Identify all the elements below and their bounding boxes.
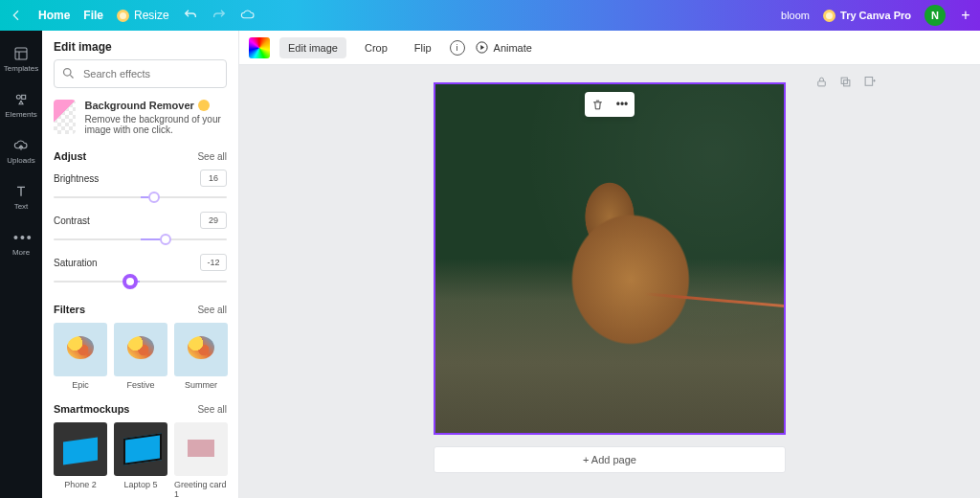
trash-icon bbox=[591, 99, 604, 111]
bg-remover-thumb bbox=[54, 100, 76, 134]
top-menu-bar: Home File Resize bloom Try Canva Pro N + bbox=[0, 0, 980, 31]
svg-rect-2 bbox=[22, 95, 26, 99]
edit-image-panel: Edit image Background Remover Remove the… bbox=[42, 31, 239, 498]
bg-remover-desc: Remove the background of your image with… bbox=[85, 114, 227, 135]
smartmockups-header: Smartmockups See all bbox=[54, 403, 227, 415]
more-options-button[interactable]: ••• bbox=[610, 92, 635, 117]
add-page-button[interactable]: + Add page bbox=[434, 446, 786, 473]
try-pro-button[interactable]: Try Canva Pro bbox=[823, 10, 911, 22]
filter-festive[interactable]: Festive bbox=[114, 323, 167, 390]
rail-text[interactable]: Text bbox=[0, 176, 42, 218]
mockup-phone2[interactable]: Phone 2 bbox=[54, 422, 107, 498]
resize-label: Resize bbox=[134, 9, 169, 22]
brightness-value[interactable]: 16 bbox=[200, 170, 227, 187]
brightness-slider[interactable] bbox=[54, 189, 227, 206]
ctx-edit-image[interactable]: Edit image bbox=[279, 37, 346, 58]
filters-row: Epic Festive Summer bbox=[54, 323, 227, 390]
back-button[interactable] bbox=[8, 8, 25, 23]
bg-remover-card[interactable]: Background Remover Remove the background… bbox=[54, 100, 227, 135]
ctx-flip[interactable]: Flip bbox=[406, 37, 440, 58]
rail-more[interactable]: ••• More bbox=[0, 222, 42, 264]
invite-plus-button[interactable]: + bbox=[959, 7, 972, 24]
svg-point-1 bbox=[16, 95, 20, 99]
info-button[interactable]: i bbox=[450, 40, 465, 56]
animate-icon bbox=[475, 40, 489, 55]
filter-summer[interactable]: Summer bbox=[174, 323, 228, 390]
svg-rect-5 bbox=[818, 81, 826, 86]
more-icon: ••• bbox=[616, 98, 629, 111]
chevron-left-icon bbox=[9, 8, 24, 23]
left-nav-rail: Templates Elements Uploads Text ••• More bbox=[0, 31, 42, 498]
home-link[interactable]: Home bbox=[38, 9, 70, 22]
brightness-control: Brightness 16 bbox=[54, 170, 227, 206]
elements-icon bbox=[13, 92, 29, 107]
panel-title: Edit image bbox=[42, 31, 238, 59]
ctx-animate[interactable]: Animate bbox=[475, 40, 532, 55]
lock-icon[interactable] bbox=[814, 75, 829, 89]
svg-rect-8 bbox=[865, 78, 873, 86]
templates-icon bbox=[13, 46, 29, 61]
filter-epic[interactable]: Epic bbox=[54, 323, 107, 390]
filters-see-all[interactable]: See all bbox=[197, 305, 227, 315]
panel-scroll[interactable]: Background Remover Remove the background… bbox=[42, 59, 238, 498]
mockup-laptop5[interactable]: Laptop 5 bbox=[114, 422, 167, 498]
svg-rect-7 bbox=[844, 80, 850, 86]
text-icon bbox=[13, 184, 29, 199]
saturation-control: Saturation -12 bbox=[54, 254, 227, 290]
svg-rect-0 bbox=[15, 48, 27, 59]
contrast-control: Contrast 29 bbox=[54, 212, 227, 248]
contrast-slider[interactable] bbox=[54, 231, 227, 248]
redo-button[interactable] bbox=[212, 8, 227, 23]
rail-templates[interactable]: Templates bbox=[0, 38, 42, 80]
search-icon bbox=[61, 66, 76, 80]
project-name[interactable]: bloom bbox=[781, 10, 810, 21]
selected-image[interactable] bbox=[435, 84, 784, 433]
saturation-value[interactable]: -12 bbox=[200, 254, 227, 271]
color-picker-button[interactable] bbox=[249, 37, 270, 58]
bg-remover-title: Background Remover bbox=[85, 100, 227, 111]
file-menu[interactable]: File bbox=[83, 9, 103, 22]
crown-pro-icon bbox=[823, 10, 835, 22]
mockup-greetingcard1[interactable]: Greeting card 1 bbox=[174, 422, 228, 498]
top-right-group: bloom Try Canva Pro N + bbox=[781, 5, 972, 26]
top-left-group: Home File Resize bbox=[8, 8, 256, 23]
selection-toolbar: ••• bbox=[585, 92, 635, 117]
svg-point-3 bbox=[64, 69, 72, 77]
stage-area: Edit image Crop Flip i Animate bbox=[239, 31, 980, 498]
search-input[interactable] bbox=[54, 59, 227, 88]
contrast-value[interactable]: 29 bbox=[200, 212, 227, 229]
resize-button[interactable]: Resize bbox=[117, 9, 169, 22]
smartmockups-row: Phone 2 Laptop 5 Greeting card 1 bbox=[54, 422, 227, 498]
adjust-header: Adjust See all bbox=[54, 150, 227, 162]
page-action-icons bbox=[814, 75, 877, 89]
cloud-save-icon[interactable] bbox=[240, 8, 256, 23]
filters-header: Filters See all bbox=[54, 304, 227, 315]
saturation-slider[interactable] bbox=[54, 273, 227, 290]
canvas-page[interactable]: ••• bbox=[434, 82, 786, 435]
canvas-wrap: ••• + Add page bbox=[239, 65, 980, 498]
uploads-icon bbox=[13, 138, 29, 153]
svg-rect-6 bbox=[841, 78, 847, 83]
rail-elements[interactable]: Elements bbox=[0, 84, 42, 126]
delete-button[interactable] bbox=[585, 92, 610, 117]
crown-pro-icon bbox=[117, 10, 129, 22]
effects-search bbox=[54, 59, 227, 88]
undo-button[interactable] bbox=[183, 8, 198, 23]
duplicate-icon[interactable] bbox=[838, 75, 853, 89]
pro-badge-icon bbox=[198, 100, 210, 111]
user-avatar[interactable]: N bbox=[924, 5, 946, 26]
more-icon: ••• bbox=[13, 230, 29, 245]
ctx-crop[interactable]: Crop bbox=[356, 37, 396, 58]
add-page-icon[interactable] bbox=[862, 75, 877, 89]
smartmockups-see-all[interactable]: See all bbox=[197, 404, 227, 415]
rail-uploads[interactable]: Uploads bbox=[0, 130, 42, 172]
try-pro-label: Try Canva Pro bbox=[840, 10, 911, 21]
context-toolbar: Edit image Crop Flip i Animate bbox=[239, 31, 980, 65]
adjust-see-all[interactable]: See all bbox=[197, 151, 227, 162]
